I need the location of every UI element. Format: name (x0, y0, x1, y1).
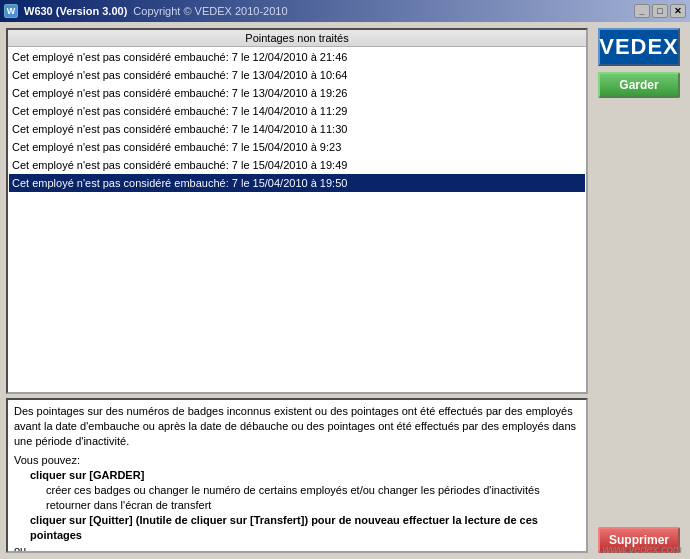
listbox-section: Pointages non traités Cet employé n'est … (6, 28, 588, 394)
list-item[interactable]: Cet employé n'est pas considéré embauché… (9, 120, 585, 138)
left-panel: Pointages non traités Cet employé n'est … (6, 28, 588, 553)
list-item[interactable]: Cet employé n'est pas considéré embauché… (9, 156, 585, 174)
info-section: Des pointages sur des numéros de badges … (6, 398, 588, 553)
vedex-logo: VEDEX (598, 28, 680, 66)
list-item[interactable]: Cet employé n'est pas considéré embauché… (9, 66, 585, 84)
copyright-text: Copyright © VEDEX 2010-2010 (133, 5, 287, 17)
close-button[interactable]: ✕ (670, 4, 686, 18)
title-bar-controls: _ □ ✕ (634, 4, 686, 18)
list-item[interactable]: Cet employé n'est pas considéré embauché… (9, 174, 585, 192)
app-title: W630 (Version 3.00) (24, 5, 127, 17)
right-panel: VEDEX Garder Supprimer (594, 28, 684, 553)
listbox-content[interactable]: Cet employé n'est pas considéré embauché… (8, 47, 586, 392)
listbox-header: Pointages non traités (8, 30, 586, 47)
info-paragraph1: Des pointages sur des numéros de badges … (14, 404, 580, 449)
minimize-button[interactable]: _ (634, 4, 650, 18)
list-item[interactable]: Cet employé n'est pas considéré embauché… (9, 138, 585, 156)
main-container: Pointages non traités Cet employé n'est … (0, 22, 690, 559)
info-action-sub: créer ces badges ou changer le numéro de… (46, 483, 580, 513)
title-bar: W W630 (Version 3.00) Copyright © VEDEX … (0, 0, 690, 22)
maximize-button[interactable]: □ (652, 4, 668, 18)
watermark: www.vedex.com (603, 543, 682, 555)
app-icon: W (4, 4, 18, 18)
vous-pouvez-label: Vous pouvez: (14, 453, 580, 468)
title-bar-left: W W630 (Version 3.00) Copyright © VEDEX … (4, 4, 288, 18)
ou-label: ou (14, 543, 580, 553)
list-item[interactable]: Cet employé n'est pas considéré embauché… (9, 102, 585, 120)
list-item[interactable]: Cet employé n'est pas considéré embauché… (9, 84, 585, 102)
info-action-line: cliquer sur [GARDER] (30, 468, 580, 483)
garder-button[interactable]: Garder (598, 72, 680, 98)
list-item[interactable]: Cet employé n'est pas considéré embauché… (9, 48, 585, 66)
info-action-line: cliquer sur [Quitter] (Inutile de clique… (30, 513, 580, 543)
